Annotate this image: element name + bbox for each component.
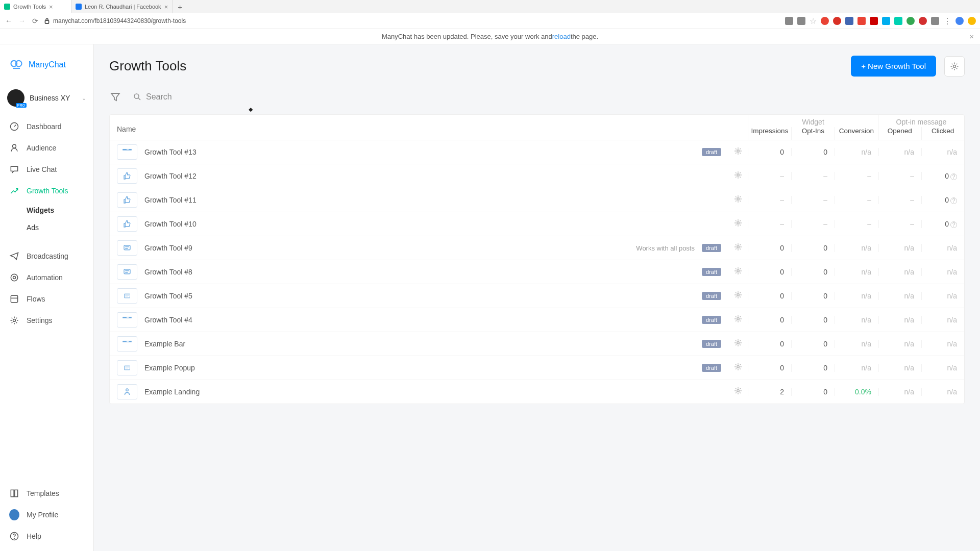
url-field[interactable]: manychat.com/fb181039443240830/growth-to… <box>44 17 781 24</box>
row-settings-button[interactable] <box>728 338 748 349</box>
cell-conversion: – <box>835 220 878 228</box>
column-header-impressions[interactable]: Impressions <box>748 127 791 140</box>
info-icon[interactable]: ? <box>950 221 957 228</box>
table-row[interactable]: Growth Tool #4 draft 0 0 n/a n/a n/a <box>110 308 964 332</box>
sidebar-item-flows[interactable]: Flows <box>0 288 93 310</box>
sidebar-item-help[interactable]: Help <box>0 525 93 551</box>
reload-link[interactable]: reload <box>552 33 571 40</box>
table-row[interactable]: Growth Tool #8 draft 0 0 n/a n/a n/a <box>110 260 964 284</box>
cell-impressions: 2 <box>748 388 791 396</box>
sidebar-item-automation[interactable]: Automation <box>0 267 93 288</box>
close-tab-icon[interactable]: × <box>164 3 168 11</box>
table-row[interactable]: Growth Tool #13 draft 0 0 n/a n/a n/a <box>110 140 964 164</box>
sidebar-sub-widgets[interactable]: Widgets <box>0 202 93 219</box>
column-header-optins[interactable]: Opt-Ins <box>791 127 835 140</box>
extension-icon[interactable] <box>919 17 927 25</box>
back-button[interactable]: ← <box>4 17 13 25</box>
table-row[interactable]: Growth Tool #11 – – – – 0? <box>110 188 964 212</box>
table-row[interactable]: Growth Tool #12 – – – – 0? <box>110 164 964 188</box>
extension-icon[interactable] <box>845 17 853 25</box>
sidebar-sub-ads[interactable]: Ads <box>0 219 93 236</box>
row-settings-button[interactable] <box>728 194 748 206</box>
sidebar-item-settings[interactable]: Settings <box>0 310 93 331</box>
table-row[interactable]: Example Landing 2 0 0.0% n/a n/a <box>110 380 964 404</box>
row-settings-button[interactable] <box>728 170 748 182</box>
table-row[interactable]: Example Popup draft 0 0 n/a n/a n/a <box>110 356 964 380</box>
sidebar-item-myprofile[interactable]: My Profile <box>0 504 93 525</box>
sidebar-item-livechat[interactable]: Live Chat <box>0 159 93 180</box>
page-settings-button[interactable] <box>944 56 965 77</box>
extension-icon[interactable] <box>821 17 829 25</box>
brand-name: ManyChat <box>29 60 66 69</box>
row-settings-button[interactable] <box>728 146 748 158</box>
row-settings-button[interactable] <box>728 290 748 302</box>
brand-logo[interactable]: ManyChat <box>0 55 93 84</box>
info-icon[interactable]: ? <box>950 197 957 204</box>
svg-point-8 <box>13 319 16 322</box>
tool-name: Growth Tool #12 <box>144 172 197 180</box>
svg-point-38 <box>737 366 740 368</box>
column-header-name: Name <box>110 115 748 140</box>
browser-chrome: Growth Tools × Leon R. Chaudhari | Faceb… <box>0 0 980 29</box>
column-header-opened[interactable]: Opened <box>878 127 921 140</box>
status-badge: draft <box>702 148 721 156</box>
sidebar-item-broadcasting[interactable]: Broadcasting <box>0 245 93 267</box>
extension-icon[interactable] <box>968 17 976 25</box>
cell-conversion: n/a <box>835 316 878 324</box>
row-settings-button[interactable] <box>728 314 748 325</box>
svg-rect-36 <box>125 367 129 367</box>
cell-conversion: n/a <box>835 340 878 348</box>
extension-icon[interactable] <box>785 17 793 25</box>
table-row[interactable]: Growth Tool #9 Works with all posts draf… <box>110 236 964 260</box>
table-row[interactable]: Example Bar draft 0 0 n/a n/a n/a <box>110 332 964 356</box>
extension-icon[interactable] <box>870 17 878 25</box>
row-settings-button[interactable] <box>728 362 748 373</box>
extension-icon[interactable] <box>857 17 866 25</box>
menu-icon[interactable]: ⋮ <box>943 16 951 26</box>
profile-avatar-icon <box>9 510 19 520</box>
forward-button[interactable]: → <box>17 17 27 25</box>
help-icon <box>9 531 19 541</box>
close-tab-icon[interactable]: × <box>49 3 53 11</box>
reload-button[interactable]: ⟳ <box>31 17 40 25</box>
extension-icon[interactable] <box>931 17 939 25</box>
extension-icon[interactable] <box>906 17 915 25</box>
browser-tab[interactable]: Leon R. Chaudhari | Facebook × <box>71 0 173 13</box>
column-header-conversion[interactable]: Conversion <box>835 127 878 140</box>
sidebar-item-audience[interactable]: Audience <box>0 137 93 159</box>
row-settings-button[interactable] <box>728 386 748 397</box>
browser-tab[interactable]: Growth Tools × <box>0 0 71 13</box>
cell-opened: n/a <box>878 364 921 372</box>
profile-avatar-icon[interactable] <box>955 17 964 25</box>
info-icon[interactable]: ? <box>950 173 957 180</box>
search-input[interactable]: Search <box>133 92 172 102</box>
cell-impressions: – <box>748 196 791 204</box>
filter-icon[interactable] <box>109 91 121 103</box>
extension-icon[interactable] <box>894 17 902 25</box>
table-row[interactable]: Growth Tool #10 – – – – 0? <box>110 212 964 236</box>
extension-icon[interactable] <box>797 17 805 25</box>
sidebar-item-dashboard[interactable]: Dashboard <box>0 116 93 137</box>
extension-icon[interactable] <box>833 17 841 25</box>
sidebar-item-growthtools[interactable]: Growth Tools <box>0 180 93 202</box>
svg-point-22 <box>737 246 740 248</box>
favicon-icon <box>4 4 10 10</box>
sidebar-item-templates[interactable]: Templates <box>0 483 93 504</box>
star-icon[interactable]: ☆ <box>810 16 817 26</box>
row-settings-button[interactable] <box>728 242 748 254</box>
account-switcher[interactable]: Business XY ⌄ <box>0 84 93 116</box>
svg-point-28 <box>737 294 740 296</box>
address-bar: ← → ⟳ manychat.com/fb181039443240830/gro… <box>0 13 980 29</box>
new-growth-tool-button[interactable]: + New Growth Tool <box>851 56 936 77</box>
table-row[interactable]: Growth Tool #5 draft 0 0 n/a n/a n/a <box>110 284 964 308</box>
cell-opened: n/a <box>878 388 921 396</box>
row-settings-button[interactable] <box>728 266 748 278</box>
sidebar-item-label: Audience <box>27 144 56 152</box>
chat-icon <box>9 164 19 174</box>
column-header-clicked[interactable]: Clicked <box>921 127 965 140</box>
extension-icon[interactable] <box>882 17 890 25</box>
svg-point-34 <box>737 342 740 344</box>
new-tab-button[interactable]: + <box>173 3 187 11</box>
row-settings-button[interactable] <box>728 218 748 230</box>
close-banner-button[interactable]: × <box>969 32 974 41</box>
